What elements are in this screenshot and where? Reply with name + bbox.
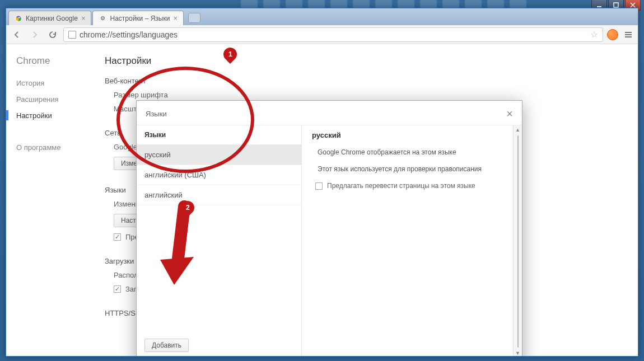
translate-offer-checkbox[interactable] [114,233,121,241]
add-language-button[interactable]: Добавить [144,339,189,352]
svg-rect-3 [625,32,632,33]
detail-scrollbar[interactable]: ▲ ▼ [513,125,522,357]
ask-download-checkbox[interactable] [114,285,121,293]
language-list-pane: Языки русский английский (США) английски… [137,125,302,357]
settings-sidebar: Chrome История Расширения Настройки О пр… [6,44,90,356]
browser-toolbar: ☆ [6,25,638,44]
extension-icon[interactable] [606,29,619,41]
menu-icon[interactable] [622,29,634,41]
font-size-row: Размер шрифта [105,91,623,99]
omnibox[interactable]: ☆ [63,27,603,42]
detail-spellcheck-lang: Этот язык используется для проверки прав… [312,165,512,173]
bookmark-star-icon[interactable]: ☆ [590,29,598,40]
tab-title: Картинки Google [26,15,78,22]
new-tab-button[interactable] [188,13,200,23]
language-detail-pane: русский Google Chrome отображается на эт… [302,125,522,357]
sidebar-item-about[interactable]: О программе [16,143,80,152]
back-button[interactable] [10,27,24,42]
language-item-english[interactable]: английский [137,185,301,205]
browser-tab-google-images[interactable]: Картинки Google × [8,11,91,25]
language-column-header: Языки [137,125,301,145]
offer-translate-label: Предлагать перевести страницы на этом яз… [327,182,475,190]
tab-close-icon[interactable]: × [81,14,86,22]
gear-favicon-icon: ⚙ [99,15,106,22]
dialog-title: Языки [146,110,167,118]
tab-close-icon[interactable]: × [173,14,178,22]
url-input[interactable] [80,30,587,39]
scroll-up-icon[interactable]: ▲ [514,125,522,134]
page-title: Настройки [105,55,623,67]
tab-strip: Картинки Google × ⚙ Настройки – Языки × [6,8,638,25]
scroll-thumb[interactable] [517,135,519,348]
dialog-close-button[interactable]: × [506,107,513,120]
browser-tab-settings[interactable]: ⚙ Настройки – Языки × [92,11,184,25]
chrome-brand: Chrome [16,55,80,67]
detail-display-lang: Google Chrome отображается на этом языке [312,148,512,156]
language-item-english-us[interactable]: английский (США) [137,165,301,185]
offer-translate-checkbox[interactable] [315,182,323,190]
reload-button[interactable] [45,27,60,42]
scroll-down-icon[interactable]: ▼ [514,349,522,357]
google-favicon-icon [15,15,22,22]
detail-language-name: русский [312,131,512,139]
svg-rect-0 [597,6,601,7]
tab-title: Настройки – Языки [110,15,170,22]
section-web-content: Веб-контент [105,77,623,85]
forward-button[interactable] [27,27,42,42]
languages-dialog: Языки × Языки русский английский (США) а… [136,100,522,357]
sidebar-item-extensions[interactable]: Расширения [16,95,80,104]
sidebar-item-history[interactable]: История [16,79,80,87]
svg-rect-1 [614,3,618,7]
sidebar-item-settings[interactable]: Настройки [16,111,80,120]
language-item-russian[interactable]: русский [137,145,301,165]
page-icon [68,31,76,39]
os-taskbar-apps [241,0,571,8]
svg-rect-5 [625,36,632,37]
svg-rect-4 [625,34,632,35]
